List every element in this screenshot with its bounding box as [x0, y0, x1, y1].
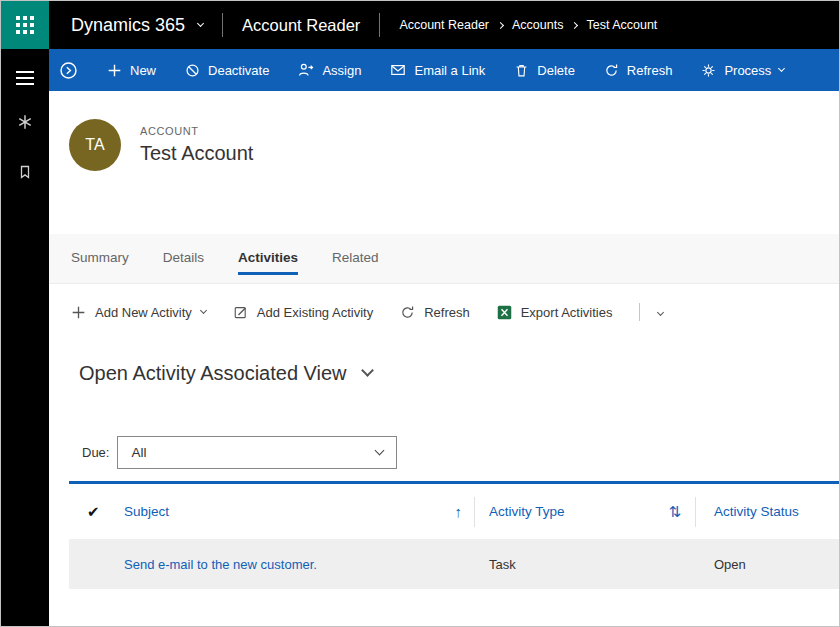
tab-related[interactable]: Related [332, 250, 379, 275]
brand-title: Dynamics 365 [71, 15, 185, 36]
select-all-checkmark[interactable]: ✔ [69, 503, 124, 521]
cmd-label: Assign [322, 63, 361, 78]
sort-ascending-icon: ↑ [455, 503, 463, 520]
cmd-label: New [130, 63, 156, 78]
add-existing-activity-button[interactable]: Add Existing Activity [233, 305, 373, 320]
toolbar-label: Refresh [424, 305, 470, 320]
breadcrumb-item-accounts[interactable]: Accounts [512, 18, 563, 32]
breadcrumb-item-record[interactable]: Test Account [586, 18, 657, 32]
col-header-activity-type[interactable]: Activity Type ⇅ [475, 503, 695, 521]
main-content: TA ACCOUNT Test Account Summary Details … [49, 91, 839, 626]
cmd-label: Email a Link [414, 63, 485, 78]
due-filter-label: Due: [77, 437, 114, 468]
edit-note-icon [233, 305, 248, 320]
tab-details[interactable]: Details [163, 250, 204, 275]
chevron-down-icon [197, 19, 204, 26]
row-activity-type: Task [489, 557, 516, 572]
avatar-initials: TA [85, 136, 104, 154]
topbar-divider [222, 13, 223, 37]
cmd-deactivate-button[interactable]: Deactivate [185, 63, 269, 78]
due-filter: Due: All [77, 436, 397, 469]
refresh-activities-button[interactable]: Refresh [400, 305, 470, 320]
menu-button[interactable] [1, 63, 49, 93]
bookmark-icon [17, 164, 33, 184]
app-window: Dynamics 365 Account Reader Account Read… [0, 0, 840, 627]
grid-header-row: ✔ Subject ↑ Activity Type ⇅ Activity Sta… [69, 484, 839, 539]
chevron-down-icon [657, 308, 664, 315]
row-subject-link[interactable]: Send e-mail to the new customer. [124, 557, 317, 572]
tab-strip: Summary Details Activities Related [49, 234, 839, 284]
gear-icon [701, 63, 716, 78]
tab-summary[interactable]: Summary [71, 250, 129, 275]
topbar-divider [379, 13, 380, 37]
brand-menu[interactable]: Dynamics 365 [71, 15, 203, 36]
column-label: Activity Status [714, 504, 799, 519]
sidebar-recents-button[interactable] [1, 105, 49, 143]
add-new-activity-button[interactable]: Add New Activity [71, 305, 206, 320]
excel-icon [497, 305, 512, 320]
sort-both-icon: ⇅ [668, 503, 681, 521]
chevron-right-icon [571, 21, 578, 28]
tab-activities[interactable]: Activities [238, 250, 298, 275]
email-icon [390, 62, 406, 78]
col-header-activity-status[interactable]: Activity Status [696, 504, 839, 519]
command-bar: New Deactivate Assign Email a Link Delet [49, 49, 839, 91]
col-header-subject[interactable]: Subject ↑ [124, 503, 474, 520]
cmd-new-button[interactable]: New [107, 63, 156, 78]
chevron-down-icon [778, 64, 785, 71]
cmd-assign-button[interactable]: Assign [298, 62, 361, 78]
breadcrumb-item-app[interactable]: Account Reader [399, 18, 489, 32]
page-title: Test Account [140, 142, 253, 165]
cmd-label: Delete [537, 63, 575, 78]
cmd-delete-button[interactable]: Delete [514, 63, 575, 78]
column-label: Subject [124, 504, 169, 519]
breadcrumb: Account Reader Accounts Test Account [399, 18, 657, 32]
chevron-right-icon [497, 21, 504, 28]
toolbar-label: Export Activities [521, 305, 613, 320]
due-filter-value: All [131, 445, 146, 460]
chevron-down-icon [375, 446, 385, 456]
refresh-icon [400, 305, 415, 320]
chevron-down-icon [361, 364, 374, 377]
app-title: Account Reader [242, 16, 360, 35]
row-activity-status: Open [714, 557, 746, 572]
due-filter-select[interactable]: All [117, 436, 397, 469]
column-label: Activity Type [489, 504, 565, 519]
cmd-process-button[interactable]: Process [701, 63, 784, 78]
cmd-refresh-button[interactable]: Refresh [604, 63, 673, 78]
plus-icon [71, 305, 86, 320]
activities-grid: ✔ Subject ↑ Activity Type ⇅ Activity Sta… [69, 481, 839, 589]
avatar[interactable]: TA [69, 119, 121, 171]
plus-icon [107, 63, 122, 78]
view-title: Open Activity Associated View [79, 362, 347, 385]
assign-person-icon [298, 62, 314, 78]
left-sidebar [1, 49, 49, 626]
export-activities-button[interactable]: Export Activities [497, 305, 613, 320]
entity-label: ACCOUNT [140, 125, 253, 137]
cmd-label: Process [724, 63, 771, 78]
waffle-icon [16, 16, 34, 34]
cmd-label: Refresh [627, 63, 673, 78]
toolbar-divider [639, 303, 640, 321]
toolbar-label: Add Existing Activity [257, 305, 373, 320]
activity-toolbar: Add New Activity Add Existing Activity R… [71, 297, 667, 327]
record-set-nav-button[interactable] [59, 61, 78, 80]
app-launcher-button[interactable] [1, 1, 49, 49]
asterisk-icon [16, 113, 34, 135]
chevron-down-icon [200, 306, 207, 313]
trash-icon [514, 63, 529, 78]
toolbar-label: Add New Activity [95, 305, 192, 320]
sidebar-pinned-button[interactable] [1, 155, 49, 193]
deactivate-icon [185, 63, 200, 78]
toolbar-overflow-button[interactable] [654, 305, 667, 320]
record-set-icon [59, 61, 78, 80]
cmd-label: Deactivate [208, 63, 269, 78]
top-navigation-bar: Dynamics 365 Account Reader Account Read… [1, 1, 839, 49]
refresh-icon [604, 63, 619, 78]
view-selector[interactable]: Open Activity Associated View [79, 362, 372, 385]
record-header: TA ACCOUNT Test Account [69, 119, 253, 171]
hamburger-icon [16, 71, 34, 73]
table-row[interactable]: Send e-mail to the new customer. Task Op… [69, 539, 839, 589]
cmd-email-link-button[interactable]: Email a Link [390, 62, 485, 78]
